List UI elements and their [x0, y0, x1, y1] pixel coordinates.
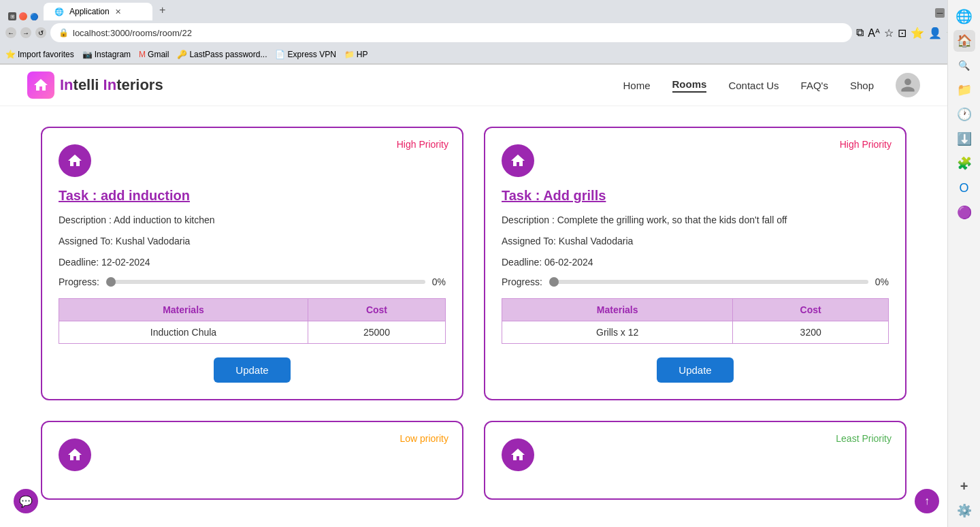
main-content: High Priority Task : add induction Descr…: [0, 106, 947, 520]
table-row: Grills x 12 3200: [502, 321, 889, 344]
nav-links: Home Rooms Contact Us FAQ's Shop: [623, 73, 920, 97]
cards-grid: High Priority Task : add induction Descr…: [41, 127, 906, 500]
materials-table-2: Materials Cost Grills x 12 3200: [502, 298, 889, 344]
nav-home[interactable]: Home: [623, 80, 651, 91]
chat-btn[interactable]: 💬: [14, 489, 38, 513]
task-card-1: High Priority Task : add induction Descr…: [41, 127, 463, 400]
avatar[interactable]: [896, 73, 920, 97]
edge-search-icon[interactable]: 🔍: [953, 54, 975, 76]
bookmark-gmail[interactable]: M Gmail: [139, 50, 169, 59]
minimize-btn[interactable]: —: [935, 8, 945, 18]
task-assigned-2: Assigned To: Kushal Vadodaria: [502, 234, 889, 249]
edge-add-icon[interactable]: +: [953, 475, 975, 497]
address-bar-row: ← → ↺ 🔒 localhost:3000/rooms/room/22 ⧉ A…: [0, 20, 980, 45]
logo-icon: [27, 71, 54, 99]
bookmark-hp[interactable]: 📁 HP: [344, 50, 368, 59]
mat-header-cost-1: Cost: [308, 299, 445, 321]
edge-settings-icon[interactable]: ⚙️: [953, 500, 975, 520]
window-icon: ⊞: [8, 12, 16, 20]
task-card-3: Low priority: [41, 421, 463, 500]
bookmark-label: Gmail: [148, 50, 169, 59]
profile-icon[interactable]: 👤: [928, 27, 942, 39]
priority-label-2: High Priority: [840, 139, 892, 150]
instagram-icon: 📷: [82, 50, 93, 59]
scroll-top-btn[interactable]: ↑: [915, 489, 939, 513]
nav-back: 🔵: [30, 12, 38, 20]
progress-bar-1[interactable]: [106, 280, 425, 284]
task-title-1: Task : add induction: [59, 188, 446, 204]
progress-label-1: Progress:: [59, 276, 99, 287]
update-btn-2[interactable]: Update: [657, 357, 733, 383]
task-icon-1: [59, 144, 91, 177]
nav-shop[interactable]: Shop: [850, 80, 874, 91]
bookmark-expressvpn[interactable]: 📄 Express VPN: [275, 50, 336, 59]
task-icon-4: [502, 438, 534, 471]
bookmark-label: Import favorites: [18, 50, 74, 59]
task-description-1: Description : Add induction to kitchen: [59, 213, 446, 227]
progress-bar-2[interactable]: [549, 280, 868, 284]
lastpass-icon: 🔑: [177, 50, 187, 59]
forward-btn[interactable]: →: [20, 27, 31, 38]
nav-contact[interactable]: Contact Us: [728, 80, 779, 91]
mat-name-2: Grills x 12: [502, 321, 733, 344]
edge-downloads-icon[interactable]: ⬇️: [953, 128, 975, 150]
task-icon-3: [59, 438, 91, 471]
priority-label-4: Least Priority: [836, 433, 892, 444]
mat-header-name-2: Materials: [502, 299, 733, 321]
table-row: Induction Chula 25000: [59, 321, 446, 344]
materials-table-wrapper-2: Materials Cost Grills x 12 3200: [502, 298, 889, 344]
progress-value-2: 0%: [875, 276, 889, 287]
sidebar-toggle-icon[interactable]: ⧉: [856, 27, 864, 39]
address-bar[interactable]: 🔒 localhost:3000/rooms/room/22: [50, 23, 852, 42]
mat-cost-2: 3200: [733, 321, 889, 344]
scroll-up-icon: ↑: [924, 495, 930, 507]
progress-row-1: Progress: 0%: [59, 276, 446, 287]
active-tab[interactable]: 🌐 Application ✕: [44, 3, 152, 20]
task-title-2: Task : Add grills: [502, 188, 889, 204]
nav-faqs[interactable]: FAQ's: [801, 80, 828, 91]
task-icon-2: [502, 144, 534, 177]
priority-label-1: High Priority: [397, 139, 448, 150]
url-text: localhost:3000/rooms/room/22: [73, 28, 192, 38]
bookmark-lastpass[interactable]: 🔑 LastPass password...: [177, 50, 267, 59]
edge-purple-icon[interactable]: 🟣: [953, 202, 975, 223]
edge-history-icon[interactable]: 🕐: [953, 103, 975, 125]
mat-header-name-1: Materials: [59, 299, 308, 321]
update-btn-1[interactable]: Update: [214, 357, 290, 383]
favorites-icon[interactable]: ⭐: [911, 27, 924, 39]
browser-chrome: ⊞ 🔵 🌐 Application ✕ + — □ ✕ ← → ↺ 🔒 loca…: [0, 0, 980, 65]
progress-value-1: 0%: [432, 276, 446, 287]
back-btn[interactable]: ←: [5, 27, 16, 38]
edge-profile-icon[interactable]: 🌐: [953, 5, 975, 27]
bookmark-import-favorites[interactable]: ⭐ Import favorites: [5, 50, 74, 59]
edge-collections-icon[interactable]: 📁: [953, 79, 975, 101]
reload-btn[interactable]: ↺: [35, 27, 46, 38]
nav-rooms[interactable]: Rooms: [672, 78, 707, 93]
mat-header-cost-2: Cost: [733, 299, 889, 321]
tab-favicon: 🌐: [54, 7, 64, 16]
chat-icon: 💬: [19, 495, 33, 508]
task-description-2: Description : Complete the grilling work…: [502, 213, 889, 227]
hp-icon: 📁: [344, 50, 355, 59]
edge-sidebar: 🌐 🏠 🔍 📁 🕐 ⬇️ 🧩 O 🟣 + ⚙️: [947, 0, 980, 520]
split-screen-icon[interactable]: ⊡: [898, 27, 906, 39]
edge-home-icon[interactable]: 🏠: [953, 30, 975, 52]
bookmark-icon[interactable]: ☆: [884, 27, 894, 39]
logo: Intelli Interiors: [27, 71, 163, 99]
task-assigned-1: Assigned To: Kushal Vadodaria: [59, 234, 446, 249]
tab-close-btn[interactable]: ✕: [115, 7, 121, 16]
priority-label-3: Low priority: [399, 433, 448, 444]
task-deadline-2: Deadline: 06-02-2024: [502, 255, 889, 270]
progress-label-2: Progress:: [502, 276, 542, 287]
materials-table-1: Materials Cost Induction Chula 25000: [59, 298, 446, 344]
new-tab-btn[interactable]: +: [152, 0, 172, 20]
bookmark-instagram[interactable]: 📷 Instagram: [82, 50, 131, 59]
edge-outlook-icon[interactable]: O: [953, 177, 975, 199]
bookmark-label: HP: [357, 50, 368, 59]
profile-circle: [19, 12, 27, 20]
task-deadline-1: Deadline: 12-02-2024: [59, 255, 446, 270]
read-mode-icon[interactable]: Aᴬ: [868, 27, 880, 39]
mat-cost-1: 25000: [308, 321, 445, 344]
edge-apps-icon[interactable]: 🧩: [953, 153, 975, 174]
task-card-2: High Priority Task : Add grills Descript…: [484, 127, 906, 400]
